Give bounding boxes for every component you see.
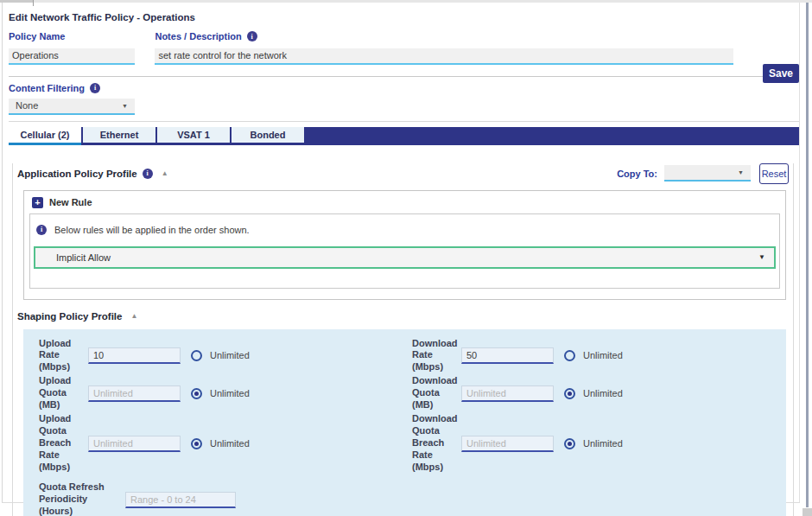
tab-bonded[interactable]: Bonded [232, 127, 304, 143]
upload-quota-unlimited-label: Unlimited [210, 388, 250, 398]
download-breach-label: Download Quota Breach Rate (Mbps) [412, 413, 461, 474]
upload-breach-unlimited-label: Unlimited [210, 438, 250, 449]
caret-down-icon: ▼ [738, 169, 744, 175]
policy-name-input[interactable] [9, 48, 135, 65]
tab-vsat1-label: VSAT 1 [177, 130, 210, 140]
caret-down-icon: ▼ [758, 254, 765, 261]
rules-info-text: Below rules will be applied in the order… [54, 225, 250, 235]
upload-breach-unlimited-radio[interactable] [191, 438, 202, 449]
upload-breach-label: Upload Quota Breach Rate (Mbps) [39, 413, 88, 474]
download-rate-row: Download Rate (Mbps) Unlimited [412, 338, 783, 374]
upload-quota-label: Upload Quota (MB) [39, 375, 88, 411]
top-chrome-strip [0, 0, 812, 3]
implicit-allow-select[interactable]: Implicit Allow ▼ [34, 246, 776, 269]
tab-bonded-label: Bonded [251, 130, 286, 140]
copy-to-label: Copy To: [617, 169, 657, 179]
content-filtering-info-icon[interactable]: i [90, 83, 100, 93]
new-rule-label: New Rule [49, 197, 92, 207]
page-title: Edit Network Traffic Policy - Operations [9, 12, 799, 22]
download-breach-unlimited-label: Unlimited [583, 438, 623, 449]
shaping-policy-collapse-icon[interactable]: ▲ [130, 312, 137, 320]
rules-box: + New Rule i Below rules will be applied… [23, 190, 786, 300]
download-breach-unlimited-radio[interactable] [564, 438, 575, 449]
upload-breach-input[interactable] [88, 436, 181, 452]
download-rate-unlimited-label: Unlimited [583, 350, 623, 360]
upload-rate-unlimited-radio[interactable] [191, 350, 202, 361]
plus-icon: + [32, 197, 43, 208]
download-quota-input[interactable] [461, 385, 554, 402]
content-filtering-value: None [16, 100, 38, 111]
upload-quota-row: Upload Quota (MB) Unlimited [39, 375, 412, 411]
upload-rate-input[interactable] [88, 347, 181, 364]
download-rate-label: Download Rate (Mbps) [412, 338, 461, 374]
application-policy-collapse-icon[interactable]: ▲ [162, 169, 168, 177]
info-icon: i [36, 225, 47, 235]
application-policy-info-icon[interactable]: i [143, 169, 153, 179]
download-rate-input[interactable] [461, 347, 554, 364]
tab-cellular-label: Cellular (2) [21, 130, 70, 140]
top-chrome-strip-left [0, 0, 33, 3]
scrollbar-corner [802, 508, 812, 516]
shaping-policy-title: Shaping Policy Profile [17, 311, 122, 322]
tab-vsat1[interactable]: VSAT 1 [157, 127, 230, 143]
rules-list-box: i Below rules will be applied in the ord… [29, 213, 780, 289]
download-breach-input[interactable] [461, 436, 554, 452]
upload-quota-input[interactable] [88, 385, 181, 402]
upload-rate-label: Upload Rate (Mbps) [39, 338, 88, 374]
edit-network-traffic-policy-page: Edit Network Traffic Policy - Operations… [0, 0, 812, 516]
reset-button[interactable]: Reset [759, 163, 789, 184]
notes-input[interactable] [155, 48, 733, 65]
application-policy-title: Application Policy Profile [17, 169, 137, 179]
tab-ethernet-label: Ethernet [100, 130, 139, 140]
copy-to-select[interactable]: ▼ [664, 165, 751, 182]
divider-under-header [9, 76, 799, 77]
quota-refresh-label: Quota Refresh Periodicity (Hours) [39, 481, 121, 516]
content-filtering-select[interactable]: None ▼ [9, 99, 135, 115]
tab-ethernet[interactable]: Ethernet [83, 127, 155, 143]
notes-label: Notes / Description [155, 31, 241, 41]
tab-cellular[interactable]: Cellular (2) [9, 127, 81, 145]
quota-refresh-row: Quota Refresh Periodicity (Hours) [39, 481, 412, 516]
scrollbar-thumb[interactable] [806, 3, 809, 507]
download-breach-row: Download Quota Breach Rate (Mbps) Unlimi… [412, 413, 783, 474]
divider-under-content-filtering [9, 121, 799, 122]
download-rate-unlimited-radio[interactable] [564, 350, 575, 361]
implicit-allow-value: Implicit Allow [56, 252, 111, 263]
upload-breach-row: Upload Quota Breach Rate (Mbps) Unlimite… [39, 413, 412, 474]
upload-rate-row: Upload Rate (Mbps) Unlimited [39, 338, 412, 374]
download-quota-unlimited-label: Unlimited [583, 388, 623, 398]
upload-quota-unlimited-radio[interactable] [191, 388, 202, 399]
caret-down-icon: ▼ [122, 103, 128, 109]
upload-rate-unlimited-label: Unlimited [210, 350, 250, 360]
download-quota-unlimited-radio[interactable] [564, 388, 575, 399]
shaping-panel: Upload Rate (Mbps) Unlimited Upload Quot… [23, 329, 786, 516]
content-filtering-label: Content Filtering [9, 83, 85, 93]
policy-name-label: Policy Name [9, 31, 135, 41]
notes-info-icon[interactable]: i [247, 31, 257, 41]
quota-refresh-input[interactable] [125, 492, 236, 508]
interface-tabbar: Cellular (2) Ethernet VSAT 1 Bonded [9, 127, 799, 145]
save-button[interactable]: Save [763, 64, 799, 83]
page-right-border [799, 3, 800, 502]
tab-content-panel: Application Policy Profile i ▲ Copy To: … [12, 163, 794, 516]
page-left-border [2, 3, 3, 502]
header-form-row: Policy Name Notes / Description i Save [9, 31, 799, 65]
new-rule-button[interactable]: + New Rule [24, 191, 785, 213]
download-quota-row: Download Quota (MB) Unlimited [412, 375, 783, 411]
download-quota-label: Download Quota (MB) [412, 375, 461, 411]
